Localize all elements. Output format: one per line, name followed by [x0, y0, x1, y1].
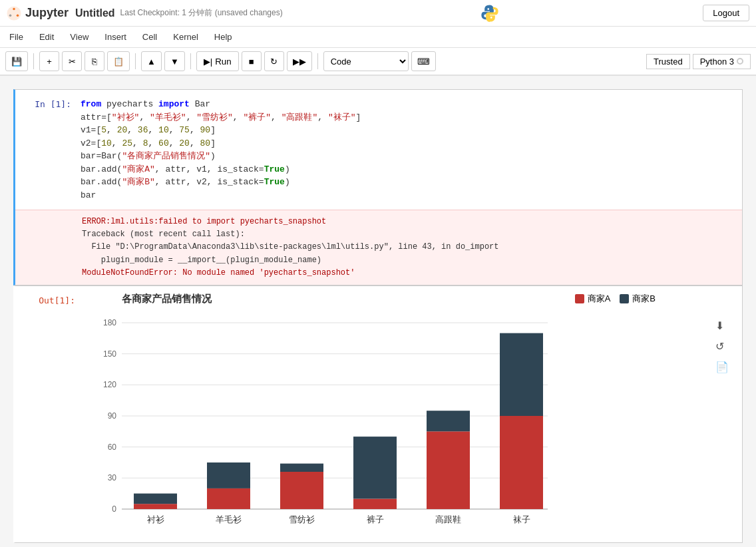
separator3	[190, 53, 191, 69]
move-up-button[interactable]: ▲	[141, 51, 162, 71]
toolbar: 💾 + ✂ ⎘ 📋 ▲ ▼ ▶| Run ■ ↻ ▶▶ Code Markdow…	[0, 48, 756, 76]
bar-chart: 180 150 120 90 60 30 0	[82, 309, 568, 536]
svg-text:180: 180	[103, 318, 116, 327]
bar-b-1	[134, 494, 177, 504]
logo: Jupyter	[7, 6, 69, 21]
run-button[interactable]: ▶| Run	[196, 51, 239, 71]
svg-text:30: 30	[108, 473, 117, 482]
keyboard-shortcut-button[interactable]: ⌨	[411, 51, 436, 71]
menu-cell[interactable]: Cell	[140, 29, 160, 45]
app-name: Jupyter	[25, 6, 69, 20]
bar-b-5	[427, 411, 470, 431]
legend-item-b: 商家B	[620, 293, 656, 305]
add-cell-button[interactable]: +	[39, 51, 59, 71]
bar-b-2	[207, 462, 250, 488]
svg-text:150: 150	[103, 349, 116, 359]
x-label-3: 雪纺衫	[289, 514, 315, 524]
run-label: Run	[215, 57, 231, 67]
legend-item-a: 商家A	[575, 293, 611, 305]
legend-label-a: 商家A	[588, 293, 611, 305]
run-icon: ▶|	[204, 57, 212, 67]
x-label-5: 高跟鞋	[435, 514, 461, 524]
svg-point-3	[9, 14, 12, 17]
svg-text:120: 120	[103, 380, 116, 389]
notebook: In [1]: from pyecharts import Bar attr=[…	[0, 76, 756, 547]
doc-title[interactable]: Untitled	[75, 7, 115, 19]
x-label-6: 袜子	[513, 514, 530, 524]
svg-point-2	[17, 14, 19, 17]
kernel-circle-icon	[737, 58, 743, 65]
separator	[33, 53, 34, 69]
menu-insert[interactable]: Insert	[102, 29, 129, 45]
bar-b-3	[280, 464, 323, 472]
out-prompt: Out[1]:	[22, 293, 82, 305]
code-cell-1: In [1]: from pyecharts import Bar attr=[…	[13, 89, 743, 285]
menu-kernel[interactable]: Kernel	[170, 29, 201, 45]
cell-type-select[interactable]: Code Markdown Raw NBConvert Heading	[323, 51, 409, 71]
svg-point-1	[13, 7, 15, 10]
in-prompt: In [1]:	[15, 94, 75, 114]
bar-a-3	[280, 472, 323, 509]
chart-container: 各商家产品销售情况 商家A 商家B	[82, 293, 709, 536]
python-logo-icon	[480, 4, 499, 23]
chart-output: Out[1]: 各商家产品销售情况 商家A 商家B	[15, 286, 742, 542]
menu-edit[interactable]: Edit	[37, 29, 57, 45]
save-button[interactable]: 💾	[5, 51, 28, 71]
menubar: File Edit View Insert Cell Kernel Help	[0, 27, 756, 48]
bar-a-6	[500, 416, 543, 509]
svg-text:60: 60	[108, 443, 117, 452]
legend-label-b: 商家B	[632, 293, 656, 305]
chart-cell: Out[1]: 各商家产品销售情况 商家A 商家B	[13, 285, 743, 543]
chart-icons: ⬇ ↺ 📄	[709, 293, 735, 373]
jupyter-logo-icon	[7, 6, 21, 21]
checkpoint-info: Last Checkpoint: 1 分钟前 (unsaved changes)	[120, 7, 283, 19]
logout-button[interactable]: Logout	[703, 5, 749, 21]
bar-b-6	[500, 333, 543, 416]
bar-a-5	[427, 431, 470, 509]
x-label-1: 衬衫	[147, 514, 164, 524]
paste-cell-button[interactable]: 📋	[107, 51, 130, 71]
move-down-button[interactable]: ▼	[164, 51, 185, 71]
kernel-info: Python 3	[693, 54, 751, 69]
bar-b-4	[353, 437, 397, 498]
view-icon[interactable]: 📄	[715, 361, 729, 373]
svg-text:0: 0	[112, 504, 116, 514]
cell-input: In [1]: from pyecharts import Bar attr=[…	[15, 90, 742, 210]
restart-run-button[interactable]: ▶▶	[287, 51, 312, 71]
error-output: ERROR:lml.utils:failed to import pyechar…	[15, 210, 742, 285]
x-label-4: 裤子	[367, 514, 384, 524]
copy-cell-button[interactable]: ⎘	[85, 51, 104, 71]
menu-file[interactable]: File	[7, 29, 26, 45]
separator4	[317, 53, 318, 69]
menu-view[interactable]: View	[67, 29, 91, 45]
chart-legend: 商家A 商家B	[575, 293, 656, 305]
refresh-icon[interactable]: ↺	[715, 340, 729, 353]
legend-color-a	[575, 294, 584, 303]
trusted-button[interactable]: Trusted	[646, 54, 690, 69]
code-area[interactable]: from pyecharts import Bar attr=["衬衫", "羊…	[75, 94, 742, 206]
bar-a-2	[207, 488, 250, 509]
svg-text:90: 90	[108, 411, 117, 421]
restart-button[interactable]: ↻	[264, 51, 284, 71]
menu-help[interactable]: Help	[212, 29, 235, 45]
separator2	[135, 53, 136, 69]
chart-title: 各商家产品销售情况	[82, 293, 212, 305]
interrupt-button[interactable]: ■	[242, 51, 262, 71]
x-label-2: 羊毛衫	[216, 514, 242, 524]
download-icon[interactable]: ⬇	[715, 319, 729, 332]
topbar: Jupyter Untitled Last Checkpoint: 1 分钟前 …	[0, 0, 756, 27]
bar-a-4	[353, 498, 397, 509]
cut-cell-button[interactable]: ✂	[62, 51, 82, 71]
kernel-label: Python 3	[700, 57, 734, 67]
bar-a-1	[134, 504, 177, 509]
legend-color-b	[620, 294, 629, 303]
